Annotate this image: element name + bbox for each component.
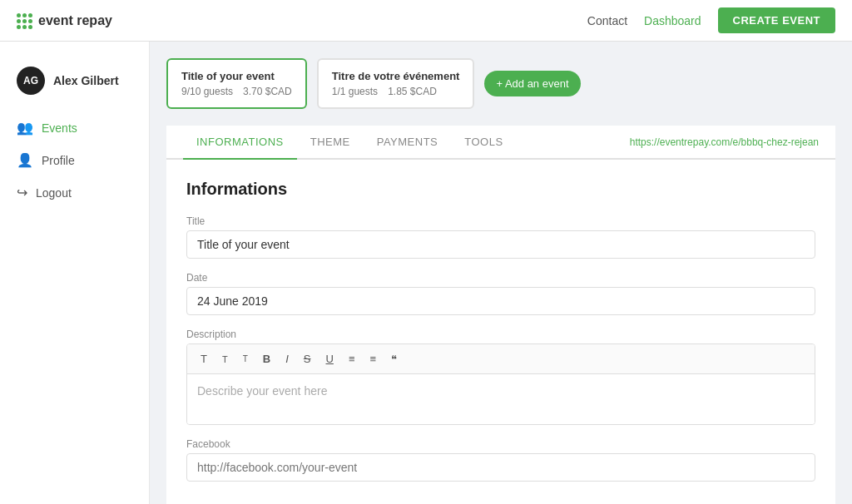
event-card-2-price: 1.85 $CAD xyxy=(388,86,437,97)
event-card-2-title: Titre de votre événement xyxy=(332,70,460,82)
toolbar-t3[interactable]: T xyxy=(236,349,255,368)
logo: event repay xyxy=(17,13,112,28)
tabs: INFORMATIONS THEME PAYMENTS TOOLS https:… xyxy=(166,126,835,160)
sidebar-item-label-profile: Profile xyxy=(42,154,75,167)
add-event-button[interactable]: + Add an event xyxy=(484,71,580,96)
header-nav: Contact Dashboard CREATE EVENT xyxy=(587,7,835,33)
event-card-1-guests: 9/10 guests xyxy=(181,86,233,97)
event-cards: Title of your event 9/10 guests 3.70 $CA… xyxy=(166,58,835,109)
description-group: Description T T T B I S U ≡ xyxy=(186,329,815,425)
header: event repay Contact Dashboard CREATE EVE… xyxy=(0,0,852,42)
toolbar-strikethrough[interactable]: S xyxy=(297,349,318,368)
description-body[interactable]: Describe your event here xyxy=(187,374,815,424)
event-card-1-title: Title of your event xyxy=(181,70,292,82)
editor-toolbar: T T T B I S U ≡ ≡ ❝ xyxy=(187,344,815,374)
content-area: Informations Title Date Description xyxy=(166,160,835,504)
toolbar-blockquote[interactable]: ❝ xyxy=(384,349,404,368)
toolbar-ol[interactable]: ≡ xyxy=(363,349,383,368)
event-card-2[interactable]: Titre de votre événement 1/1 guests 1.85… xyxy=(317,58,475,109)
toolbar-italic[interactable]: I xyxy=(279,349,295,368)
toolbar-t2[interactable]: T xyxy=(215,349,235,368)
logout-icon: ↪ xyxy=(17,185,27,200)
informations-title: Informations xyxy=(186,180,815,199)
date-group: Date xyxy=(186,272,815,315)
sidebar-item-label-logout: Logout xyxy=(36,186,72,200)
tab-theme[interactable]: THEME xyxy=(297,126,364,160)
date-label: Date xyxy=(186,272,815,284)
sidebar-user: AG Alex Gilbert xyxy=(0,58,149,111)
event-card-2-meta: 1/1 guests 1.85 $CAD xyxy=(332,86,460,97)
main-content: Title of your event 9/10 guests 3.70 $CA… xyxy=(150,42,852,504)
date-input[interactable] xyxy=(186,287,815,315)
facebook-group: Facebook xyxy=(186,438,815,482)
sidebar-item-profile[interactable]: 👤 Profile xyxy=(0,144,149,176)
tab-informations[interactable]: INFORMATIONS xyxy=(183,126,297,160)
toolbar-ul[interactable]: ≡ xyxy=(342,349,362,368)
sidebar-username: Alex Gilbert xyxy=(53,74,119,87)
sidebar-item-events[interactable]: 👥 Events xyxy=(0,111,149,144)
facebook-label: Facebook xyxy=(186,438,815,450)
toolbar-bold[interactable]: B xyxy=(256,349,277,368)
events-icon: 👥 xyxy=(17,120,33,136)
event-card-1-meta: 9/10 guests 3.70 $CAD xyxy=(181,86,292,97)
logo-icon xyxy=(17,13,32,28)
event-url-link[interactable]: https://eventrepay.com/e/bbbq-chez-rejea… xyxy=(630,136,819,148)
logo-text: event repay xyxy=(38,13,112,28)
event-card-1-price: 3.70 $CAD xyxy=(243,86,292,97)
event-card-1[interactable]: Title of your event 9/10 guests 3.70 $CA… xyxy=(166,58,307,109)
toolbar-underline[interactable]: U xyxy=(319,349,339,368)
tab-tools[interactable]: TOOLS xyxy=(451,126,516,160)
title-group: Title xyxy=(186,215,815,259)
facebook-input[interactable] xyxy=(186,453,815,482)
profile-icon: 👤 xyxy=(17,152,33,168)
create-event-button[interactable]: CREATE EVENT xyxy=(718,7,835,33)
toolbar-t1[interactable]: T xyxy=(194,349,214,368)
description-label: Description xyxy=(186,329,815,340)
sidebar-item-logout[interactable]: ↪ Logout xyxy=(0,176,149,209)
tab-payments[interactable]: PAYMENTS xyxy=(364,126,452,160)
nav-contact[interactable]: Contact xyxy=(587,14,627,27)
event-card-2-guests: 1/1 guests xyxy=(332,86,378,97)
layout: AG Alex Gilbert 👥 Events 👤 Profile ↪ Log… xyxy=(0,0,852,504)
sidebar-item-label-events: Events xyxy=(42,121,77,135)
title-input[interactable] xyxy=(186,230,815,259)
tabs-container: INFORMATIONS THEME PAYMENTS TOOLS https:… xyxy=(166,126,835,504)
description-editor: T T T B I S U ≡ ≡ ❝ Describ xyxy=(186,343,815,425)
title-label: Title xyxy=(186,215,815,227)
avatar: AG xyxy=(17,67,45,95)
sidebar: AG Alex Gilbert 👥 Events 👤 Profile ↪ Log… xyxy=(0,42,150,504)
informations-section: Informations Title Date Description xyxy=(186,180,815,482)
nav-dashboard[interactable]: Dashboard xyxy=(644,14,701,27)
